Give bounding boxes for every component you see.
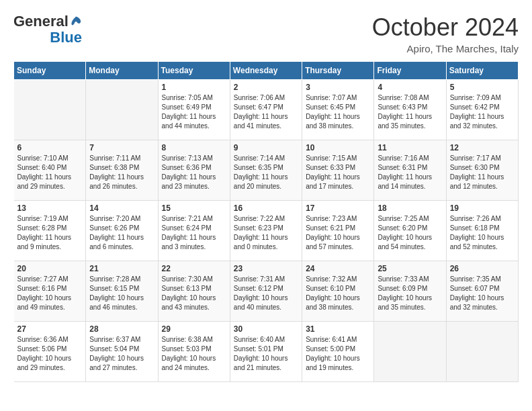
day-detail: Sunrise: 7:17 AMSunset: 6:30 PMDaylight:… [450, 154, 515, 191]
day-detail: Sunrise: 7:09 AMSunset: 6:42 PMDaylight:… [450, 93, 515, 131]
day-number: 7 [89, 143, 154, 152]
day-detail: Sunrise: 7:19 AMSunset: 6:28 PMDaylight:… [17, 214, 83, 252]
calendar-cell: 10Sunrise: 7:15 AMSunset: 6:33 PMDayligh… [302, 140, 374, 201]
header-thursday: Thursday [302, 62, 374, 80]
day-number: 27 [17, 324, 83, 334]
day-number: 15 [162, 203, 226, 213]
calendar-cell: 16Sunrise: 7:22 AMSunset: 6:23 PMDayligh… [230, 201, 302, 261]
day-detail: Sunrise: 7:07 AMSunset: 6:45 PMDaylight:… [306, 93, 370, 131]
calendar-cell: 21Sunrise: 7:28 AMSunset: 6:15 PMDayligh… [86, 261, 158, 322]
calendar-cell: 5Sunrise: 7:09 AMSunset: 6:42 PMDaylight… [446, 80, 518, 140]
calendar-cell [86, 80, 158, 140]
header: General Blue October 2024 Apiro, The Mar… [13, 13, 519, 54]
calendar-cell: 15Sunrise: 7:21 AMSunset: 6:24 PMDayligh… [158, 201, 230, 261]
day-detail: Sunrise: 6:40 AMSunset: 5:01 PMDaylight:… [234, 335, 298, 373]
day-detail: Sunrise: 6:36 AMSunset: 5:06 PMDaylight:… [17, 335, 83, 373]
calendar-table: SundayMondayTuesdayWednesdayThursdayFrid… [13, 61, 519, 382]
calendar-cell: 27Sunrise: 6:36 AMSunset: 5:06 PMDayligh… [14, 322, 86, 382]
day-detail: Sunrise: 7:26 AMSunset: 6:18 PMDaylight:… [450, 214, 515, 252]
calendar-cell [374, 322, 446, 382]
day-detail: Sunrise: 7:06 AMSunset: 6:47 PMDaylight:… [234, 93, 298, 131]
week-row-2: 6Sunrise: 7:10 AMSunset: 6:40 PMDaylight… [14, 140, 519, 201]
day-detail: Sunrise: 7:10 AMSunset: 6:40 PMDaylight:… [17, 154, 83, 191]
day-number: 10 [306, 143, 370, 152]
day-number: 1 [162, 83, 226, 92]
day-number: 11 [378, 143, 442, 152]
day-detail: Sunrise: 6:41 AMSunset: 5:00 PMDaylight:… [306, 335, 370, 373]
day-detail: Sunrise: 7:20 AMSunset: 6:26 PMDaylight:… [89, 214, 154, 252]
calendar-cell: 22Sunrise: 7:30 AMSunset: 6:13 PMDayligh… [158, 261, 230, 322]
day-detail: Sunrise: 7:32 AMSunset: 6:10 PMDaylight:… [306, 275, 370, 312]
calendar-cell: 4Sunrise: 7:08 AMSunset: 6:43 PMDaylight… [374, 80, 446, 140]
header-friday: Friday [374, 62, 446, 80]
day-detail: Sunrise: 7:13 AMSunset: 6:36 PMDaylight:… [162, 154, 226, 191]
day-number: 18 [378, 203, 442, 213]
logo-bird-icon [70, 15, 82, 28]
calendar-cell: 11Sunrise: 7:16 AMSunset: 6:31 PMDayligh… [374, 140, 446, 201]
day-detail: Sunrise: 7:15 AMSunset: 6:33 PMDaylight:… [306, 154, 370, 191]
day-detail: Sunrise: 7:35 AMSunset: 6:07 PMDaylight:… [450, 275, 515, 312]
day-number: 29 [162, 324, 226, 334]
day-number: 21 [89, 264, 154, 273]
calendar-cell: 18Sunrise: 7:25 AMSunset: 6:20 PMDayligh… [374, 201, 446, 261]
day-detail: Sunrise: 7:11 AMSunset: 6:38 PMDaylight:… [89, 154, 154, 191]
calendar-cell: 13Sunrise: 7:19 AMSunset: 6:28 PMDayligh… [14, 201, 86, 261]
day-detail: Sunrise: 7:21 AMSunset: 6:24 PMDaylight:… [162, 214, 226, 252]
day-detail: Sunrise: 7:05 AMSunset: 6:49 PMDaylight:… [162, 93, 226, 131]
logo: General Blue [13, 13, 82, 46]
calendar-cell: 31Sunrise: 6:41 AMSunset: 5:00 PMDayligh… [302, 322, 374, 382]
calendar-cell: 26Sunrise: 7:35 AMSunset: 6:07 PMDayligh… [446, 261, 518, 322]
day-detail: Sunrise: 7:16 AMSunset: 6:31 PMDaylight:… [378, 154, 442, 191]
calendar-cell: 8Sunrise: 7:13 AMSunset: 6:36 PMDaylight… [158, 140, 230, 201]
day-number: 16 [234, 203, 298, 213]
week-row-1: 1Sunrise: 7:05 AMSunset: 6:49 PMDaylight… [14, 80, 519, 140]
day-detail: Sunrise: 7:31 AMSunset: 6:12 PMDaylight:… [234, 275, 298, 312]
calendar-cell: 3Sunrise: 7:07 AMSunset: 6:45 PMDaylight… [302, 80, 374, 140]
header-monday: Monday [86, 62, 158, 80]
day-number: 23 [234, 264, 298, 273]
week-row-4: 20Sunrise: 7:27 AMSunset: 6:16 PMDayligh… [14, 261, 519, 322]
calendar-cell: 29Sunrise: 6:38 AMSunset: 5:03 PMDayligh… [158, 322, 230, 382]
calendar-cell: 2Sunrise: 7:06 AMSunset: 6:47 PMDaylight… [230, 80, 302, 140]
header-wednesday: Wednesday [230, 62, 302, 80]
day-number: 3 [306, 83, 370, 92]
calendar-cell: 28Sunrise: 6:37 AMSunset: 5:04 PMDayligh… [86, 322, 158, 382]
calendar-cell: 17Sunrise: 7:23 AMSunset: 6:21 PMDayligh… [302, 201, 374, 261]
header-saturday: Saturday [446, 62, 518, 80]
day-detail: Sunrise: 7:28 AMSunset: 6:15 PMDaylight:… [89, 275, 154, 312]
calendar-cell: 20Sunrise: 7:27 AMSunset: 6:16 PMDayligh… [14, 261, 86, 322]
title-area: October 2024 Apiro, The Marches, Italy [372, 13, 519, 54]
month-title: October 2024 [372, 13, 519, 42]
calendar-cell: 25Sunrise: 7:33 AMSunset: 6:09 PMDayligh… [374, 261, 446, 322]
day-number: 9 [234, 143, 298, 152]
day-detail: Sunrise: 7:14 AMSunset: 6:35 PMDaylight:… [234, 154, 298, 191]
calendar-cell: 19Sunrise: 7:26 AMSunset: 6:18 PMDayligh… [446, 201, 518, 261]
day-number: 25 [378, 264, 442, 273]
week-row-3: 13Sunrise: 7:19 AMSunset: 6:28 PMDayligh… [14, 201, 519, 261]
day-detail: Sunrise: 6:38 AMSunset: 5:03 PMDaylight:… [162, 335, 226, 373]
day-detail: Sunrise: 7:33 AMSunset: 6:09 PMDaylight:… [378, 275, 442, 312]
day-number: 13 [17, 203, 83, 213]
day-number: 12 [450, 143, 515, 152]
week-row-5: 27Sunrise: 6:36 AMSunset: 5:06 PMDayligh… [14, 322, 519, 382]
calendar-cell: 1Sunrise: 7:05 AMSunset: 6:49 PMDaylight… [158, 80, 230, 140]
logo-general: General [13, 13, 69, 30]
calendar-cell [446, 322, 518, 382]
day-number: 20 [17, 264, 83, 273]
header-sunday: Sunday [14, 62, 86, 80]
day-number: 17 [306, 203, 370, 213]
calendar-cell: 7Sunrise: 7:11 AMSunset: 6:38 PMDaylight… [86, 140, 158, 201]
day-number: 5 [450, 83, 515, 92]
logo-blue: Blue [50, 30, 82, 46]
day-detail: Sunrise: 7:08 AMSunset: 6:43 PMDaylight:… [378, 93, 442, 131]
day-number: 14 [89, 203, 154, 213]
day-number: 26 [450, 264, 515, 273]
calendar-cell [14, 80, 86, 140]
day-number: 4 [378, 83, 442, 92]
day-detail: Sunrise: 6:37 AMSunset: 5:04 PMDaylight:… [89, 335, 154, 373]
day-number: 22 [162, 264, 226, 273]
header-tuesday: Tuesday [158, 62, 230, 80]
day-number: 31 [306, 324, 370, 334]
calendar-cell: 14Sunrise: 7:20 AMSunset: 6:26 PMDayligh… [86, 201, 158, 261]
day-detail: Sunrise: 7:30 AMSunset: 6:13 PMDaylight:… [162, 275, 226, 312]
